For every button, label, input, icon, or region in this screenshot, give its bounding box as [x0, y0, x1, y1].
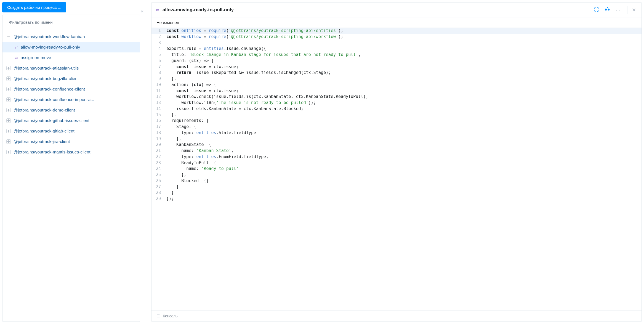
line-number: 2 [151, 34, 164, 40]
line-number: 6 [151, 58, 164, 64]
collapse-icon[interactable]: − [6, 34, 11, 39]
tree-item-collapsed[interactable]: +@jetbrains/youtrack-jira-client [2, 136, 140, 147]
code-line[interactable]: 6 guard: (ctx) => { [151, 58, 642, 64]
line-number: 14 [151, 106, 164, 112]
code-line[interactable]: 9 }, [151, 76, 642, 82]
incognito-icon[interactable] [603, 5, 611, 14]
code-line[interactable]: 1const entities = require('@jetbrains/yo… [151, 28, 642, 34]
code-content: const workflow = require('@jetbrains/you… [164, 34, 343, 40]
code-line[interactable]: 19 }, [151, 136, 642, 142]
filter-input[interactable] [9, 18, 133, 27]
code-line[interactable]: 17 Stage: { [151, 124, 642, 130]
line-number: 26 [151, 178, 164, 184]
code-line[interactable]: 25 }, [151, 172, 642, 178]
tree-item-collapsed[interactable]: +@jetbrains/youtrack-confluence-import-a… [2, 94, 140, 105]
tree-label: @jetbrains/youtrack-jira-client [14, 139, 70, 144]
code-line[interactable]: 29}); [151, 196, 642, 202]
code-line[interactable]: 10 action: (ctx) => { [151, 82, 642, 88]
code-line[interactable]: 23 ReadyToPull: { [151, 160, 642, 166]
code-content: KanbanState: { [164, 142, 211, 148]
code-content: exports.rule = entities.Issue.onChange({ [164, 46, 266, 52]
line-number: 19 [151, 136, 164, 142]
code-line[interactable]: 4exports.rule = entities.Issue.onChange(… [151, 46, 642, 52]
line-number: 25 [151, 172, 164, 178]
expand-icon[interactable]: + [6, 118, 11, 123]
code-line[interactable]: 24 name: 'Ready to pull' [151, 166, 642, 172]
tree-child[interactable]: ⇄ assign-on-move [2, 52, 140, 63]
expand-icon[interactable]: + [6, 76, 11, 81]
line-number: 20 [151, 142, 164, 148]
line-number: 27 [151, 184, 164, 190]
expand-icon[interactable]: + [6, 66, 11, 70]
expand-icon[interactable]: + [6, 139, 11, 144]
code-content: } [164, 190, 174, 196]
code-line[interactable]: 22 type: entities.EnumField.fieldType, [151, 154, 642, 160]
code-content: }, [164, 136, 181, 142]
tree-item-collapsed[interactable]: +@jetbrains/youtrack-confluence-client [2, 84, 140, 94]
code-line[interactable]: 14 issue.fields.KanbanState = ctx.Kanban… [151, 106, 642, 112]
tree-item-collapsed[interactable]: +@jetbrains/youtrack-demo-client [2, 105, 140, 115]
line-number: 7 [151, 64, 164, 70]
line-number: 8 [151, 70, 164, 76]
code-line[interactable]: 20 KanbanState: { [151, 142, 642, 148]
code-line[interactable]: 11 const issue = ctx.issue; [151, 88, 642, 94]
tree-item-collapsed[interactable]: +@jetbrains/youtrack-bugzilla-client [2, 73, 140, 84]
tree-child-selected[interactable]: ⇄ allow-moving-ready-to-pull-only [2, 42, 140, 52]
expand-icon[interactable]: + [6, 87, 11, 91]
tree-label: @jetbrains/youtrack-confluence-client [14, 87, 85, 92]
line-number: 16 [151, 118, 164, 124]
line-number: 5 [151, 52, 164, 58]
tree-label: assign-on-move [21, 55, 51, 60]
collapse-sidebar-icon[interactable]: « [141, 8, 142, 14]
expand-icon[interactable]: + [6, 108, 11, 112]
expand-icon[interactable]: + [6, 129, 11, 133]
expand-icon[interactable]: + [6, 97, 11, 102]
more-icon[interactable]: ⋯ [614, 6, 622, 14]
editor-panel: ⇄ allow-moving-ready-to-pull-only ⛶ ⋯ ✕ … [151, 2, 642, 322]
code-line[interactable]: 3 [151, 40, 642, 46]
tree-item-collapsed[interactable]: +@jetbrains/youtrack-github-issues-clien… [2, 115, 140, 126]
tree-label: @jetbrains/youtrack-github-issues-client [14, 118, 89, 123]
code-content: }, [164, 76, 176, 82]
tree-item-collapsed[interactable]: +@jetbrains/youtrack-mantis-issues-clien… [2, 147, 140, 157]
tree-item-expanded[interactable]: − @jetbrains/youtrack-workflow-kanban [2, 31, 140, 42]
workflow-tree: − @jetbrains/youtrack-workflow-kanban ⇄ … [2, 30, 140, 159]
code-line[interactable]: 13 workflow.i18n('The issue is not ready… [151, 100, 642, 106]
code-line[interactable]: 8 return issue.isReported && issue.field… [151, 70, 642, 76]
line-number: 12 [151, 94, 164, 100]
code-line[interactable]: 16 requirements: { [151, 118, 642, 124]
code-line[interactable]: 21 name: 'Kanban State', [151, 148, 642, 154]
tree-item-collapsed[interactable]: +@jetbrains/youtrack-atlassian-utils [2, 63, 140, 73]
code-content: guard: (ctx) => { [164, 58, 214, 64]
code-line[interactable]: 28 } [151, 190, 642, 196]
console-toggle[interactable]: ☰ Консоль [151, 310, 642, 322]
tree-label: @jetbrains/youtrack-bugzilla-client [14, 76, 79, 81]
code-line[interactable]: 27 } [151, 184, 642, 190]
code-content: workflow.check(issue.fields.is(ctx.Kanba… [164, 94, 368, 100]
tree-label: @jetbrains/youtrack-atlassian-utils [14, 66, 79, 71]
editor-title: allow-moving-ready-to-pull-only [163, 7, 590, 13]
expand-icon[interactable]: + [6, 150, 11, 154]
code-line[interactable]: 7 const issue = ctx.issue; [151, 64, 642, 70]
close-icon[interactable]: ✕ [627, 6, 637, 14]
line-number: 13 [151, 100, 164, 106]
tree-item-collapsed[interactable]: +@jetbrains/youtrack-gitlab-client [2, 126, 140, 136]
code-line[interactable]: 12 workflow.check(issue.fields.is(ctx.Ka… [151, 94, 642, 100]
code-line[interactable]: 18 type: entities.State.fieldType [151, 130, 642, 136]
code-line[interactable]: 26 Blocked: {} [151, 178, 642, 184]
code-content: } [164, 184, 179, 190]
code-content: name: 'Ready to pull' [164, 166, 239, 172]
code-line[interactable]: 5 title: 'Block change in Kanban stage f… [151, 52, 642, 58]
code-line[interactable]: 15 }, [151, 112, 642, 118]
line-number: 17 [151, 124, 164, 130]
code-content: type: entities.EnumField.fieldType, [164, 154, 268, 160]
line-number: 11 [151, 88, 164, 94]
console-label: Консоль [163, 314, 178, 318]
expand-icon[interactable]: ⛶ [593, 6, 600, 14]
code-editor[interactable]: 1const entities = require('@jetbrains/yo… [151, 28, 642, 310]
code-line[interactable]: 2const workflow = require('@jetbrains/yo… [151, 34, 642, 40]
line-number: 10 [151, 82, 164, 88]
create-workflow-button[interactable]: Создать рабочий процесс ... [2, 2, 66, 12]
line-number: 22 [151, 154, 164, 160]
tree-label: @jetbrains/youtrack-workflow-kanban [14, 34, 85, 39]
